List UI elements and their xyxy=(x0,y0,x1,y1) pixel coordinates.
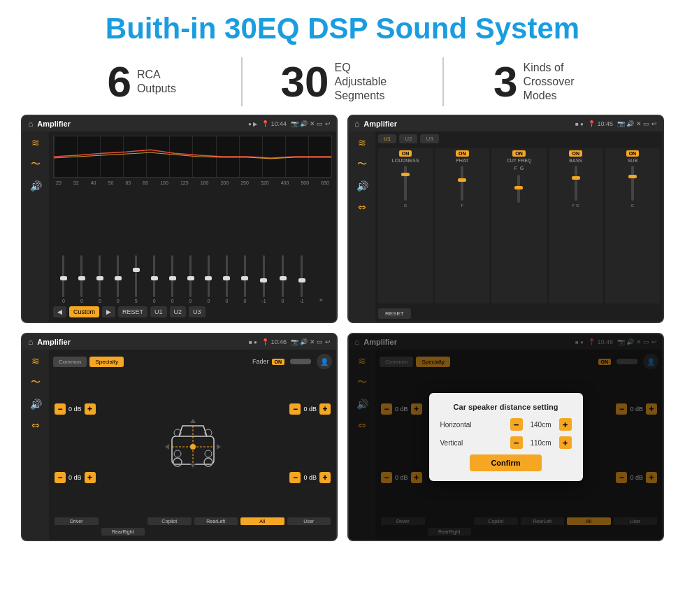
screen-amp: ⌂ Amplifier ■ ● 📍 10:45 📷 🔊 ✕ ▭ ↩ ≋ 〜 🔊 … xyxy=(347,115,664,323)
amp-vol-icon[interactable]: 🔊 xyxy=(356,180,368,192)
zone-all[interactable]: All xyxy=(240,517,284,525)
zone-copilot[interactable]: Copilot xyxy=(147,517,192,525)
fr-minus[interactable]: − xyxy=(289,403,301,415)
phat-slider[interactable] xyxy=(461,166,463,201)
rl-plus[interactable]: + xyxy=(85,472,96,483)
horizontal-plus-btn[interactable]: + xyxy=(559,418,572,431)
loudness-slider[interactable] xyxy=(404,166,407,201)
vertical-minus-btn[interactable]: − xyxy=(510,436,523,449)
eq-sidebar: ≋ 〜 🔊 xyxy=(22,131,49,322)
svg-point-8 xyxy=(174,450,181,457)
amp-channel-loudness: ON LOUDNESS G xyxy=(378,148,433,303)
eq-slider-3: 0 xyxy=(99,248,101,303)
fader-wave-icon[interactable]: 〜 xyxy=(31,376,41,389)
fader-user-icon[interactable]: 👤 xyxy=(317,354,332,369)
eq-curve-svg xyxy=(54,136,331,177)
tab-specialty[interactable]: Specialty xyxy=(89,357,123,367)
tab-common[interactable]: Common xyxy=(53,357,87,367)
stat-label-crossover: Kinds ofCrossover Modes xyxy=(524,61,593,103)
vertical-plus-btn[interactable]: + xyxy=(559,436,572,449)
zone-rearleft[interactable]: RearLeft xyxy=(194,517,238,525)
eq-slider-11: 0 xyxy=(243,248,246,303)
stat-rca: 6 RCAOutputs xyxy=(42,60,241,103)
vertical-value: 110cm xyxy=(527,439,555,447)
eq-sliders: 0 0 0 0 5 xyxy=(53,188,332,303)
fader-eq-icon[interactable]: ≋ xyxy=(31,355,40,366)
screenshots-grid: ⌂ Amplifier ● ▶ 📍 10:44 📷 🔊 ✕ ▭ ↩ ≋ 〜 🔊 xyxy=(0,115,685,548)
eq-u2-btn[interactable]: U2 xyxy=(170,306,187,317)
eq-custom-btn[interactable]: Custom xyxy=(69,306,99,317)
eq-slider-1: 0 xyxy=(62,248,65,303)
home-icon-2[interactable]: ⌂ xyxy=(354,119,359,129)
rl-minus[interactable]: − xyxy=(55,472,66,483)
vertical-label: Vertical xyxy=(440,439,463,447)
horizontal-input: − 140cm + xyxy=(510,418,572,431)
rr-plus[interactable]: + xyxy=(319,472,331,483)
fl-plus[interactable]: + xyxy=(85,403,96,415)
zone-driver[interactable]: Driver xyxy=(55,517,99,525)
amp-reset-btn[interactable]: RESET xyxy=(378,308,411,319)
fader-slider[interactable] xyxy=(290,359,311,364)
car-center xyxy=(97,372,289,515)
status-dots-1: ● ▶ xyxy=(248,121,257,127)
amp-u3-preset[interactable]: U3 xyxy=(420,134,438,143)
rr-group: − 0 dB + xyxy=(289,472,331,483)
eq-freq-labels: 25 32 40 50 63 80 100 125 160 200 250 32… xyxy=(53,180,332,185)
home-icon-1[interactable]: ⌂ xyxy=(28,119,33,129)
svg-marker-10 xyxy=(190,419,196,423)
amp-channel-cutfreq: ON CUT FREQ F G xyxy=(491,148,546,303)
amp-arrows-icon[interactable]: ⇔ xyxy=(358,201,366,213)
stat-label-eq: EQ AdjustableSegments xyxy=(334,61,404,103)
svg-point-9 xyxy=(205,450,212,457)
home-icon-3[interactable]: ⌂ xyxy=(28,337,33,347)
status-bar-3: ⌂ Amplifier ■ ● 📍 10:46 📷 🔊 ✕ ▭ ↩ xyxy=(22,334,336,350)
sub-label: SUB xyxy=(628,158,637,163)
amp-wave-icon[interactable]: 〜 xyxy=(357,158,367,171)
amp-eq-icon[interactable]: ≋ xyxy=(358,137,366,148)
eq-reset-btn[interactable]: RESET xyxy=(118,306,147,317)
status-time-3: 📍 10:46 xyxy=(261,338,287,345)
fader-vol-icon[interactable]: 🔊 xyxy=(30,399,42,410)
cutfreq-slider-f[interactable] xyxy=(517,175,520,203)
bass-slider[interactable] xyxy=(575,166,577,201)
eq-slider-10: 0 xyxy=(225,248,228,303)
stat-crossover: 3 Kinds ofCrossover Modes xyxy=(444,60,643,103)
confirm-button[interactable]: Confirm xyxy=(470,454,541,471)
cutfreq-label: CUT FREQ xyxy=(507,158,532,163)
zone-rearright[interactable]: RearRight xyxy=(101,528,145,536)
svg-point-2 xyxy=(204,458,212,466)
fader-arrows-icon[interactable]: ⇔ xyxy=(31,420,40,431)
fr-plus[interactable]: + xyxy=(319,403,331,415)
eq-icon[interactable]: ≋ xyxy=(31,137,40,148)
eq-slider-2: 0 xyxy=(80,248,83,303)
amp-u1-preset[interactable]: U1 xyxy=(378,134,396,143)
eq-u1-btn[interactable]: U1 xyxy=(150,306,167,317)
status-ctrl-1: 📷 🔊 ✕ ▭ ↩ xyxy=(291,120,331,127)
eq-nav-bar: ◀ Custom ▶ RESET U1 U2 U3 xyxy=(53,306,332,317)
svg-point-1 xyxy=(173,458,182,466)
status-bar-2: ⌂ Amplifier ■ ● 📍 10:45 📷 🔊 ✕ ▭ ↩ xyxy=(349,116,663,131)
eq-u3-btn[interactable]: U3 xyxy=(189,306,206,317)
eq-prev-btn[interactable]: ◀ xyxy=(53,306,66,317)
rl-group: − 0 dB + xyxy=(55,472,96,483)
zone-buttons: Driver Copilot RearLeft All User RearRig… xyxy=(53,517,332,536)
stat-number-crossover: 3 xyxy=(493,60,517,103)
stat-number-eq: 30 xyxy=(281,60,329,103)
wave-icon[interactable]: 〜 xyxy=(31,158,41,171)
stats-row: 6 RCAOutputs 30 EQ AdjustableSegments 3 … xyxy=(0,52,685,115)
fl-minus[interactable]: − xyxy=(55,403,66,415)
eq-slider-7: 0 xyxy=(171,248,174,303)
amp-u2-preset[interactable]: U2 xyxy=(399,134,417,143)
eq-play-btn[interactable]: ▶ xyxy=(102,306,115,317)
status-ctrl-2: 📷 🔊 ✕ ▭ ↩ xyxy=(617,120,657,127)
svg-marker-12 xyxy=(165,444,169,450)
zone-user[interactable]: User xyxy=(287,517,331,525)
confirm-dialog: Car speaker distance setting Horizontal … xyxy=(429,393,583,481)
fl-val: 0 dB xyxy=(68,406,82,413)
fl-group: − 0 dB + xyxy=(55,403,96,415)
vol-icon[interactable]: 🔊 xyxy=(30,180,42,192)
rr-minus[interactable]: − xyxy=(289,472,301,483)
sub-slider[interactable] xyxy=(631,166,634,201)
horizontal-minus-btn[interactable]: − xyxy=(510,418,523,431)
loudness-on: ON xyxy=(399,150,412,157)
